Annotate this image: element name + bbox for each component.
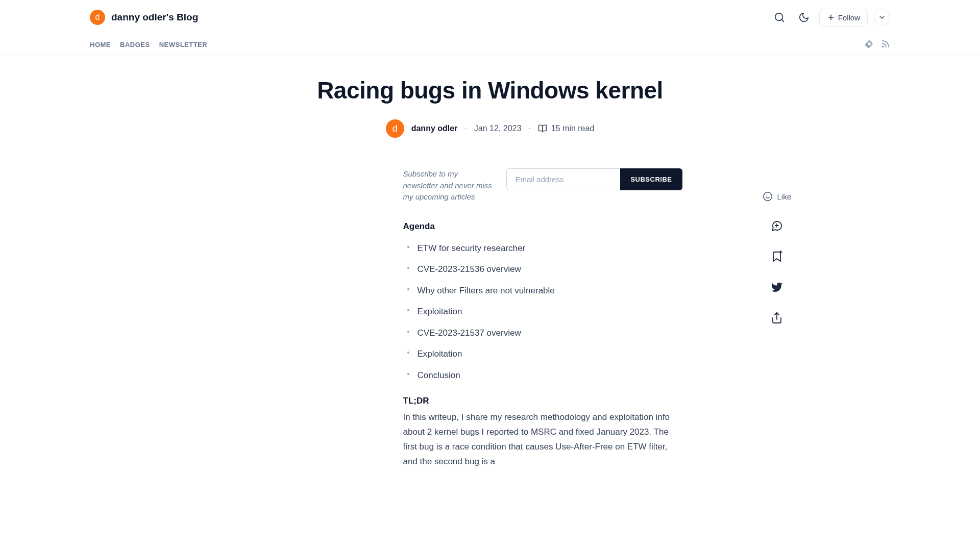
agenda-item: Conclusion xyxy=(407,369,682,382)
tldr-body: In this writeup, I share my research met… xyxy=(403,410,682,469)
nav-newsletter[interactable]: NEWSLETTER xyxy=(159,35,208,55)
agenda-item: Exploitation xyxy=(407,305,682,318)
blog-title: danny odler's Blog xyxy=(111,12,198,23)
svg-point-4 xyxy=(883,46,884,47)
like-label: Like xyxy=(777,192,791,201)
share-button[interactable] xyxy=(771,312,783,324)
agenda-item: CVE-2023-21537 overview xyxy=(407,327,682,340)
author-name[interactable]: danny odler xyxy=(411,124,458,133)
email-input[interactable] xyxy=(506,168,620,190)
nav-badges[interactable]: BADGES xyxy=(120,35,150,55)
hashnode-icon[interactable] xyxy=(865,39,874,51)
separator: · xyxy=(528,124,530,133)
dark-mode-icon[interactable] xyxy=(795,8,813,27)
agenda-item: ETW for security researcher xyxy=(407,242,682,255)
follow-label: Follow xyxy=(838,13,860,22)
separator: · xyxy=(464,124,467,133)
search-icon[interactable] xyxy=(770,8,789,27)
publish-date: Jan 12, 2023 xyxy=(474,124,522,133)
more-dropdown-button[interactable] xyxy=(874,9,890,26)
subscribe-prompt: Subscribe to my newsletter and never mis… xyxy=(403,168,495,203)
blog-avatar: d xyxy=(90,10,105,25)
follow-button[interactable]: Follow xyxy=(819,9,868,27)
agenda-item: CVE-2023-21536 overview xyxy=(407,263,682,276)
comment-button[interactable] xyxy=(771,220,783,232)
book-icon xyxy=(538,124,547,133)
agenda-list: ETW for security researcher CVE-2023-215… xyxy=(403,242,682,382)
blog-brand[interactable]: d danny odler's Blog xyxy=(90,10,198,25)
article-title: Racing bugs in Windows kernel xyxy=(0,77,980,104)
twitter-share-button[interactable] xyxy=(771,281,783,293)
nav-home[interactable]: HOME xyxy=(90,35,111,55)
svg-point-5 xyxy=(764,192,772,201)
reading-time: 15 min read xyxy=(551,124,595,133)
svg-line-1 xyxy=(781,19,783,21)
smile-icon xyxy=(763,191,773,202)
tldr-heading: TL;DR xyxy=(403,396,682,406)
agenda-item: Exploitation xyxy=(407,347,682,361)
rss-icon[interactable] xyxy=(881,39,890,51)
author-avatar[interactable]: d xyxy=(386,119,404,138)
agenda-heading: Agenda xyxy=(403,221,682,232)
like-button[interactable]: Like xyxy=(763,191,791,202)
bookmark-button[interactable] xyxy=(771,251,783,263)
agenda-item: Why other Filters are not vulnerable xyxy=(407,284,682,297)
subscribe-button[interactable]: SUBSCRIBE xyxy=(620,168,682,190)
